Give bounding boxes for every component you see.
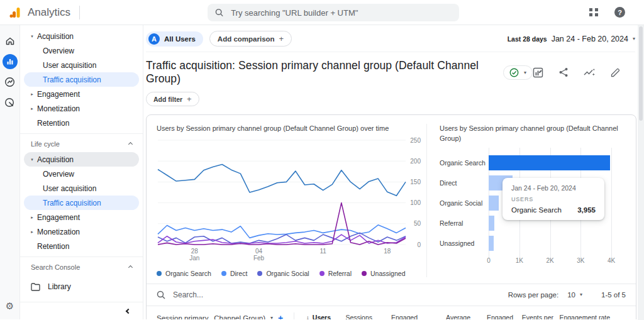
bar-organic-search[interactable]	[489, 155, 610, 170]
sidebar-item-engagement[interactable]: ▸Engagement	[24, 87, 139, 101]
help-icon[interactable]: ?	[614, 7, 625, 18]
sidebar-item-library[interactable]: Library	[20, 278, 143, 295]
global-search[interactable]	[208, 4, 459, 21]
sidebar-item-overview[interactable]: Overview	[24, 167, 139, 181]
global-search-input[interactable]	[230, 8, 452, 18]
reports-icon-active[interactable]	[0, 51, 19, 72]
svg-text:100: 100	[410, 199, 421, 206]
sidebar-item-acquisition[interactable]: ▾Acquisition	[24, 29, 139, 43]
column-header-average-engagement-time-per-session[interactable]: Average engagement time per session	[420, 312, 473, 319]
explore-icon[interactable]	[0, 72, 19, 92]
sidebar-item-label: Overview	[43, 170, 74, 179]
sidebar-item-retention[interactable]: Retention	[24, 239, 139, 253]
sidebar-item-monetization[interactable]: ▸Monetization	[24, 224, 139, 239]
report-title-row: Traffic acquisition: Session primary cha…	[146, 59, 635, 86]
dimension-header[interactable]: Session primary...Channel Group) ▾ +	[157, 312, 294, 319]
bar-chart-block: Users by Session primary channel group (…	[427, 124, 628, 277]
bar-unassigned[interactable]	[489, 236, 494, 251]
sidebar-item-retention[interactable]: Retention	[24, 116, 139, 130]
apps-grid-icon[interactable]	[589, 8, 598, 17]
add-comparison-button[interactable]: Add comparison +	[209, 31, 292, 47]
share-icon[interactable]	[558, 67, 569, 77]
sidebar-item-acquisition[interactable]: ▾Acquisition	[24, 152, 139, 167]
scrollbar-thumb[interactable]	[639, 26, 643, 121]
legend-label: Unassigned	[370, 270, 405, 277]
settings-gear-icon[interactable]: ⚙	[6, 301, 14, 312]
date-range-picker[interactable]: Last 28 days Jan 24 - Feb 20, 2024 ▾	[508, 35, 635, 43]
bar-tooltip: Jan 24 - Feb 20, 2024 USERS Organic Sear…	[502, 178, 604, 220]
sidebar-item-label: User acquisition	[43, 184, 96, 193]
svg-text:04: 04	[255, 248, 263, 255]
bar-row-unassigned: Unassigned	[440, 233, 628, 253]
column-header-label: Engaged sessions per user	[476, 314, 513, 319]
chevron-right-icon: ▸	[29, 215, 35, 220]
sidebar-item-engagement[interactable]: ▸Engagement	[24, 210, 139, 224]
bar-axis: 01K2K3K4K	[489, 257, 628, 267]
sidebar-section-search-console[interactable]: Search Console	[20, 259, 143, 275]
column-header-events-per-session[interactable]: Events per session	[516, 312, 556, 319]
logo-divider	[79, 6, 80, 19]
sidebar: ▾AcquisitionOverviewUser acquisitionTraf…	[20, 25, 143, 319]
bar-organic-social[interactable]	[489, 196, 499, 211]
rows-per-page-select[interactable]: 10 ▾	[567, 291, 582, 299]
customize-report-icon[interactable]	[533, 67, 543, 78]
line-chart-title: Users by Session primary channel group (…	[157, 124, 426, 134]
bar-axis-label: 2K	[546, 257, 553, 264]
sidebar-item-traffic-acquisition[interactable]: Traffic acquisition	[24, 196, 139, 210]
sidebar-item-monetization[interactable]: ▸Monetization	[24, 101, 139, 116]
tooltip-date: Jan 24 - Feb 20, 2024	[511, 184, 596, 192]
bar-referral[interactable]	[489, 216, 494, 231]
plus-icon: +	[279, 34, 284, 43]
column-header-engaged-sessions-per-user[interactable]: Engaged sessions per user	[473, 312, 516, 319]
advertising-icon[interactable]	[0, 92, 19, 113]
collapse-sidebar-icon[interactable]	[126, 309, 131, 314]
comparison-bar: A All Users Add comparison + Last 28 day…	[146, 31, 635, 47]
bar-category-label: Direct	[440, 179, 489, 187]
legend-item-direct: Direct	[221, 270, 247, 277]
legend-label: Direct	[230, 270, 247, 277]
sidebar-item-traffic-acquisition[interactable]: Traffic acquisition	[24, 72, 139, 87]
column-header-users[interactable]: ↓ Users	[297, 312, 333, 319]
column-header-label: Sessions	[345, 314, 372, 319]
sidebar-divider	[20, 302, 143, 302]
sidebar-item-user-acquisition[interactable]: User acquisition	[24, 58, 139, 72]
bar-category-label: Organic Social	[440, 199, 489, 207]
table-search[interactable]	[157, 290, 508, 300]
date-range-preset: Last 28 days	[508, 35, 547, 43]
legend-dot-icon	[362, 271, 367, 276]
sidebar-item-user-acquisition[interactable]: User acquisition	[24, 181, 139, 196]
sidebar-item-label: Traffic acquisition	[43, 199, 101, 207]
bar-axis-label: 3K	[577, 257, 584, 264]
sidebar-sections: ▾AcquisitionOverviewUser acquisitionTraf…	[20, 29, 143, 275]
dimension-header-label: Session primary...Channel Group)	[157, 314, 265, 319]
svg-text:200: 200	[410, 158, 421, 165]
bar-chart[interactable]: Organic SearchDirectOrganic SocialReferr…	[440, 153, 628, 267]
sidebar-item-label: Acquisition	[37, 32, 74, 41]
data-quality-badge[interactable]: ▾	[503, 65, 533, 80]
add-filter-button[interactable]: Add filter +	[146, 92, 199, 106]
table-search-input[interactable]	[172, 290, 310, 300]
bar-track	[489, 236, 628, 251]
add-dimension-button[interactable]: +	[278, 313, 283, 319]
page-scrollbar[interactable]	[638, 25, 644, 320]
svg-text:28: 28	[191, 248, 199, 255]
legend-dot-icon	[257, 271, 262, 276]
column-header-engaged-sessions[interactable]: Engaged sessions	[375, 312, 420, 319]
column-header-engagement-rate[interactable]: Engagement rate	[556, 312, 613, 319]
column-header-sessions[interactable]: Sessions	[333, 312, 375, 319]
svg-text:18: 18	[384, 248, 391, 255]
all-users-chip[interactable]: A All Users	[146, 31, 203, 47]
analytics-logo[interactable]: Analytics	[0, 6, 70, 19]
column-header-label: Users	[313, 314, 331, 319]
report-card: Users by Session primary channel group (…	[146, 114, 636, 319]
sidebar-item-label: Engagement	[37, 90, 80, 99]
chevron-right-icon: ▸	[29, 229, 35, 234]
analytics-logo-icon	[9, 6, 21, 19]
line-chart[interactable]: 05010015020025028Jan04Feb1118	[157, 134, 423, 265]
home-icon[interactable]	[0, 30, 19, 51]
sidebar-section-life-cycle[interactable]: Life cycle	[20, 136, 143, 152]
insights-icon[interactable]	[584, 68, 596, 77]
bar-axis-label: 0	[487, 257, 491, 264]
edit-pencil-icon[interactable]	[611, 68, 620, 77]
sidebar-item-overview[interactable]: Overview	[24, 43, 139, 58]
